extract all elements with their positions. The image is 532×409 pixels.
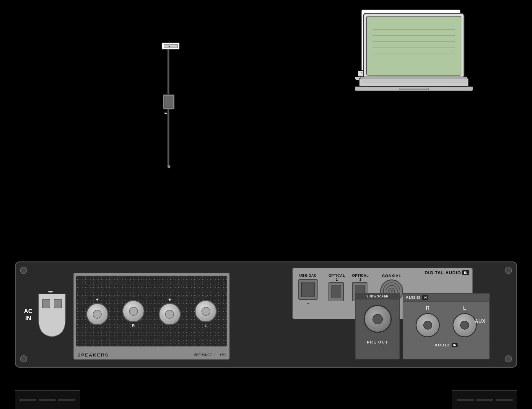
bottom-strip-right: [452, 390, 517, 409]
speaker-knob-3: [159, 303, 181, 325]
audio-in-section: AUDIO IN R L AUX AUDIO IN: [403, 293, 490, 359]
svg-rect-26: [361, 77, 467, 79]
optical-2-number: 2: [352, 278, 369, 281]
strip-line: [476, 399, 493, 401]
speaker-minus-1: -: [133, 294, 134, 299]
coaxial-label: COAXIAL: [380, 274, 403, 278]
speakers-section: + - R +: [73, 273, 230, 360]
svg-rect-29: [54, 299, 62, 308]
audio-label: AUDIO: [406, 295, 420, 300]
strip-line: [457, 399, 474, 401]
audio-l-channel: L: [453, 305, 477, 337]
laptop-svg: [355, 12, 473, 97]
subwoofer-knob-container: [356, 300, 399, 338]
pre-out-section: SUBWOOFER PRE OUT: [355, 293, 400, 359]
audio-r-channel: R: [416, 305, 440, 337]
audio-in-header: AUDIO IN: [403, 294, 489, 302]
digital-audio-header: DIGITAL AUDIO IN: [424, 270, 469, 275]
speaker-plus-1: +: [96, 297, 98, 302]
audio-footer-badge: IN: [452, 343, 458, 347]
svg-text:⌁: ⌁: [168, 45, 170, 49]
audio-in-badge: IN: [422, 295, 428, 300]
subwoofer-label: SUBWOOFER: [356, 294, 399, 300]
pre-out-label: PRE OUT: [356, 338, 399, 346]
audio-rl-row: R L AUX: [403, 302, 489, 341]
svg-text:⌁: ⌁: [164, 110, 167, 116]
speaker-minus-2: -: [205, 294, 206, 299]
audio-footer: AUDIO IN: [403, 341, 489, 349]
usb-dac-port: [298, 279, 318, 300]
usb-dac-port-group: USB-DAC ⌁: [298, 274, 318, 306]
audio-l-label: L: [453, 305, 477, 311]
svg-rect-27: [399, 88, 429, 90]
svg-rect-5: [163, 94, 174, 109]
optical-1-port-group: OPTICAL 1: [328, 274, 345, 301]
svg-rect-22: [359, 78, 468, 86]
bottom-strip-left: [15, 390, 80, 409]
svg-marker-30: [48, 291, 53, 292]
aux-label: AUX: [475, 319, 486, 324]
svg-rect-28: [42, 299, 50, 308]
svg-rect-6: [164, 96, 173, 108]
strip-line: [19, 399, 36, 401]
speaker-r-label: R: [132, 323, 135, 328]
screw-top-right: [505, 267, 512, 274]
svg-point-10: [167, 165, 170, 168]
speakers-label: SPEAKERS: [77, 352, 109, 357]
svg-rect-15: [367, 16, 461, 75]
speaker-knob-4: [195, 300, 217, 322]
strip-line: [39, 399, 56, 401]
speaker-plus-2: +: [168, 297, 171, 302]
speaker-l-label: L: [205, 323, 207, 328]
subwoofer-knob: [364, 305, 392, 333]
audio-r-label: R: [416, 305, 440, 311]
ac-in-label: AC IN: [24, 307, 32, 322]
speakers-impedance: IMPEDANCE : 4～16Ω: [193, 353, 226, 357]
optical-1-number: 1: [328, 278, 345, 281]
ac-power-plug: [36, 291, 68, 338]
optical-1-port: [328, 282, 344, 301]
audio-footer-label: AUDIO: [435, 343, 450, 347]
audio-r-knob: [416, 313, 440, 337]
screw-bottom-left: [20, 355, 27, 362]
svg-rect-0: [162, 43, 180, 49]
audio-l-knob: [453, 313, 477, 337]
strip-line: [58, 399, 75, 401]
usb-dac-port-label: USB-DAC: [298, 274, 318, 278]
speakers-grid: + - R +: [76, 276, 227, 346]
amplifier-chassis: AC IN + -: [15, 261, 517, 368]
speaker-knob-1: [86, 303, 108, 325]
usb-symbol: ⌁: [298, 301, 318, 306]
digital-audio-in-badge: IN: [462, 270, 469, 275]
optical-1-label: OPTICAL: [328, 274, 345, 278]
optical-2-label: OPTICAL: [352, 274, 369, 278]
strip-line: [496, 399, 513, 401]
screw-top-left: [20, 267, 27, 274]
speaker-knob-2: [122, 300, 144, 322]
screw-bottom-right: [505, 355, 512, 362]
digital-audio-label: DIGITAL AUDIO: [424, 270, 461, 275]
svg-rect-1: [164, 44, 178, 48]
